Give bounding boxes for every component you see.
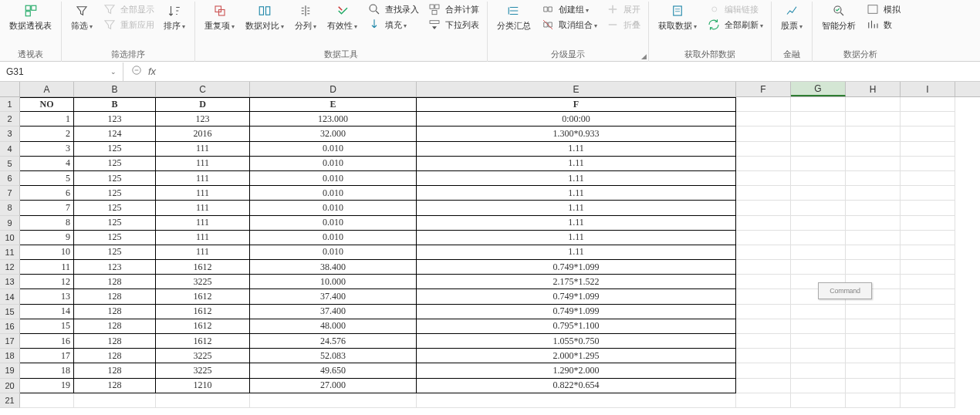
column-header-D[interactable]: D <box>250 82 417 96</box>
cell[interactable] <box>791 171 846 186</box>
row-header-13[interactable]: 13 <box>0 275 20 289</box>
cell[interactable]: 124 <box>74 127 156 141</box>
cell[interactable]: 1.300*0.933 <box>417 127 736 141</box>
cell[interactable] <box>736 334 791 349</box>
cell[interactable]: B <box>74 97 156 112</box>
cell[interactable]: 111 <box>156 157 250 171</box>
cell[interactable] <box>417 393 736 408</box>
cell[interactable] <box>736 201 791 215</box>
consolidate-button[interactable]: 合并计算 <box>424 2 482 17</box>
cell[interactable] <box>736 157 791 171</box>
pivot-table-button[interactable]: 数据透视表 <box>5 2 56 33</box>
cell[interactable]: 1.11 <box>417 231 736 245</box>
cell[interactable]: 1210 <box>156 379 250 393</box>
cell[interactable] <box>791 97 846 112</box>
cell[interactable]: 37.400 <box>250 289 417 304</box>
cell[interactable] <box>736 112 791 127</box>
cell[interactable] <box>901 142 955 157</box>
cell[interactable]: 9 <box>20 231 74 245</box>
cell[interactable]: 48.000 <box>250 319 417 334</box>
cell[interactable] <box>736 305 791 319</box>
cell[interactable] <box>250 393 417 408</box>
row-header-9[interactable]: 9 <box>0 216 20 231</box>
row-header-8[interactable]: 8 <box>0 201 20 215</box>
filter-button[interactable]: 筛选▾ <box>66 2 97 33</box>
column-header-G[interactable]: G <box>791 82 846 96</box>
cell[interactable] <box>846 349 901 363</box>
cell[interactable]: 125 <box>74 157 156 171</box>
cell[interactable]: 0.749*1.099 <box>417 260 736 275</box>
cell[interactable]: 18 <box>20 363 74 378</box>
cell[interactable]: 4 <box>20 157 74 171</box>
cell[interactable] <box>901 275 955 289</box>
row-header-17[interactable]: 17 <box>0 334 20 349</box>
cell[interactable]: 0.749*1.099 <box>417 305 736 319</box>
cell[interactable]: 128 <box>74 319 156 334</box>
column-header-I[interactable]: I <box>901 82 955 96</box>
cell[interactable]: 24.576 <box>250 334 417 349</box>
cell[interactable]: 2016 <box>156 127 250 141</box>
cell[interactable]: 1.11 <box>417 142 736 157</box>
cell[interactable]: 1612 <box>156 319 250 334</box>
cell[interactable] <box>901 171 955 186</box>
row-header-12[interactable]: 12 <box>0 260 20 275</box>
cell[interactable] <box>791 379 846 393</box>
expand-button[interactable]: 展开 <box>602 2 644 17</box>
split-column-button[interactable]: 分列▾ <box>290 2 321 33</box>
cell[interactable] <box>901 216 955 231</box>
name-box[interactable]: G31 ⌄ <box>0 62 123 81</box>
cell[interactable] <box>901 349 955 363</box>
cell[interactable]: 111 <box>156 186 250 201</box>
cell[interactable] <box>736 216 791 231</box>
cell[interactable] <box>736 171 791 186</box>
row-header-20[interactable]: 20 <box>0 379 20 393</box>
column-header-H[interactable]: H <box>846 82 901 96</box>
cell[interactable] <box>901 379 955 393</box>
cell[interactable] <box>791 393 846 408</box>
cell[interactable] <box>846 334 901 349</box>
cell[interactable]: 2 <box>20 127 74 141</box>
cell[interactable] <box>846 97 901 112</box>
cell[interactable]: 0.749*1.099 <box>417 289 736 304</box>
edit-link-button[interactable]: 编辑链接 <box>703 2 766 17</box>
cell[interactable]: 125 <box>74 142 156 157</box>
cell[interactable] <box>901 201 955 215</box>
column-header-C[interactable]: C <box>156 82 250 96</box>
cell[interactable] <box>736 363 791 378</box>
cell[interactable]: 125 <box>74 171 156 186</box>
cell[interactable]: 123 <box>74 260 156 275</box>
cell[interactable] <box>846 245 901 260</box>
ungroup-button[interactable]: 取消组合▾ <box>537 17 600 32</box>
cell[interactable] <box>901 157 955 171</box>
cell[interactable]: 1.055*0.750 <box>417 334 736 349</box>
cell[interactable] <box>901 289 955 304</box>
cell[interactable] <box>791 127 846 141</box>
column-header-E[interactable]: E <box>417 82 736 96</box>
cell[interactable] <box>846 363 901 378</box>
cell[interactable]: 125 <box>74 216 156 231</box>
cell[interactable]: 123 <box>156 112 250 127</box>
cell[interactable] <box>846 305 901 319</box>
cell[interactable]: 111 <box>156 216 250 231</box>
cell[interactable]: 3225 <box>156 275 250 289</box>
cell[interactable] <box>736 379 791 393</box>
cell[interactable]: 125 <box>74 201 156 215</box>
cell[interactable] <box>736 319 791 334</box>
cell[interactable] <box>846 319 901 334</box>
cell[interactable]: 1612 <box>156 260 250 275</box>
cell[interactable] <box>736 275 791 289</box>
cell[interactable]: 123 <box>74 112 156 127</box>
cell[interactable] <box>791 305 846 319</box>
cell[interactable]: 14 <box>20 305 74 319</box>
cell[interactable] <box>901 231 955 245</box>
cell[interactable]: 0.010 <box>250 157 417 171</box>
cell[interactable]: 52.083 <box>250 349 417 363</box>
cell[interactable] <box>901 319 955 334</box>
cell[interactable] <box>736 231 791 245</box>
cell[interactable] <box>736 186 791 201</box>
cell[interactable]: 3225 <box>156 349 250 363</box>
cell[interactable] <box>901 363 955 378</box>
cell[interactable]: 16 <box>20 334 74 349</box>
cell[interactable]: 3 <box>20 142 74 157</box>
cell[interactable]: 0.795*1.100 <box>417 319 736 334</box>
